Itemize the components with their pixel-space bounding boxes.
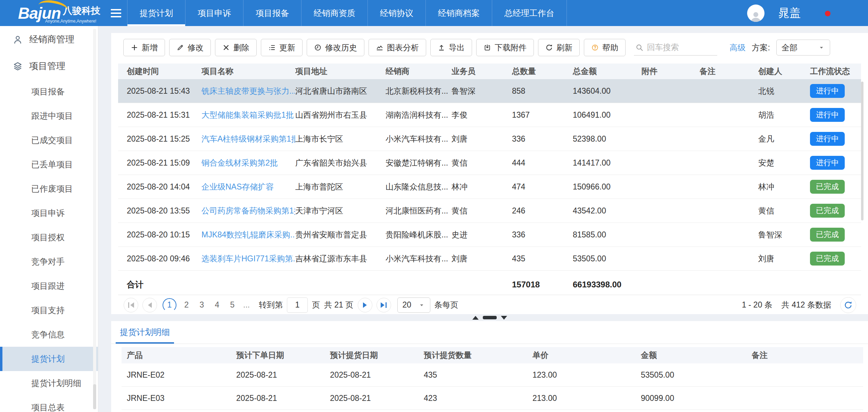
detail-column-header[interactable]: 产品 <box>127 350 236 361</box>
sidebar-item-已作废项目[interactable]: 已作废项目 <box>0 177 98 201</box>
sidebar-item-跟进中项目[interactable]: 跟进中项目 <box>0 104 98 128</box>
table-row[interactable]: 2025-08-21 15:43铣床主轴皮带更换与张力...河北省唐山市路南区北… <box>118 79 861 103</box>
page-number[interactable]: 5 <box>227 300 238 310</box>
project-name-link[interactable]: 公司药房常备药物采购第1批 <box>201 205 295 216</box>
project-name-link[interactable]: 选装刹车片HGI771采购第... <box>201 253 295 264</box>
project-name-link[interactable]: 铜合金线材采购第2批 <box>201 158 295 168</box>
column-header[interactable]: 工作流状态 <box>810 66 861 77</box>
page-size-select[interactable]: 20 <box>397 297 430 313</box>
toolbar-button-pencil[interactable]: 修改 <box>169 39 211 56</box>
advanced-search-link[interactable]: 高级 <box>730 42 746 53</box>
sidebar-item-项目支持[interactable]: 项目支持 <box>0 298 98 322</box>
project-name-link[interactable]: MJK84数控轧辊磨床采购... <box>201 229 295 240</box>
table-scrollbar-thumb[interactable] <box>861 82 863 220</box>
sidebar-item-项目授权[interactable]: 项目授权 <box>0 225 98 250</box>
table-row[interactable]: 2025-08-21 15:09铜合金线材采购第2批广东省韶关市始兴县安徽楚江特… <box>118 151 861 175</box>
total-count-text: 共 412 条数据 <box>782 300 831 310</box>
refresh-list-button[interactable] <box>840 297 856 313</box>
topbar-tab[interactable]: 项目申诉 <box>185 0 243 26</box>
cell-status: 进行中 <box>810 156 861 170</box>
sidebar-scrollbar-thumb[interactable] <box>93 384 96 409</box>
column-header[interactable]: 项目名称 <box>201 66 295 77</box>
project-name-link[interactable]: 铣床主轴皮带更换与张力... <box>201 86 295 96</box>
column-header[interactable]: 附件 <box>642 66 700 77</box>
collapse-up-icon[interactable] <box>472 316 479 320</box>
detail-table-row[interactable]: JRNE-E022025-08-212025-08-21435123.00535… <box>122 363 863 387</box>
sidebar-item-项目跟进[interactable]: 项目跟进 <box>0 274 98 298</box>
status-badge: 已完成 <box>810 252 845 266</box>
column-header[interactable]: 经销商 <box>386 66 452 77</box>
sidebar-item-提货计划明细[interactable]: 提货计划明细 <box>0 371 98 395</box>
detail-column-header[interactable]: 备注 <box>752 350 863 361</box>
search-input[interactable] <box>647 43 708 52</box>
column-header[interactable]: 创建时间 <box>127 66 201 77</box>
scheme-select[interactable]: 全部 <box>776 40 830 56</box>
project-name-link[interactable]: 大型储能集装箱采购批1批 <box>201 110 295 120</box>
avatar[interactable] <box>747 5 764 22</box>
sidebar-item-竞争信息[interactable]: 竞争信息 <box>0 322 98 347</box>
page-ellipsis[interactable]: ... <box>243 300 250 310</box>
prev-page-button[interactable] <box>142 298 157 312</box>
brand-name-cn: 八骏科技 <box>63 5 100 17</box>
topbar-tab[interactable]: 总经理工作台 <box>492 0 567 26</box>
detail-column-header[interactable]: 金额 <box>641 350 752 361</box>
table-row[interactable]: 2025-08-20 14:04企业级NAS存储扩容上海市普陀区山东隆众信息技.… <box>118 175 861 199</box>
page-number[interactable]: 3 <box>197 300 207 310</box>
sidebar-item-提货计划[interactable]: 提货计划 <box>0 347 98 371</box>
table-row[interactable]: 2025-08-21 15:25汽车A柱特级钢材采购第1批上海市长宁区小米汽车科… <box>118 127 861 151</box>
toolbar-button-refresh[interactable]: 刷新 <box>538 39 580 56</box>
sidebar-group[interactable]: 项目管理 <box>0 53 98 79</box>
topbar-tab[interactable]: 提货计划 <box>127 0 185 26</box>
column-header[interactable]: 备注 <box>700 66 758 77</box>
last-page-button[interactable] <box>377 298 391 312</box>
hamburger-menu-icon[interactable] <box>105 0 127 26</box>
tab-pickup-plan-detail[interactable]: 提货计划明细 <box>120 327 170 344</box>
sidebar-group[interactable]: 经销商管理 <box>0 26 98 53</box>
detail-column-header[interactable]: 预计提货数量 <box>424 350 532 361</box>
page-number[interactable]: 4 <box>212 300 222 310</box>
detail-column-header[interactable]: 预计提货日期 <box>330 350 424 361</box>
user-name[interactable]: 晁盖 <box>778 6 801 21</box>
column-header[interactable]: 总金额 <box>573 66 642 77</box>
table-row[interactable]: 2025-08-20 13:55公司药房常备药物采购第1批天津市宁河区河北康恒医… <box>118 199 861 223</box>
goto-page-input[interactable] <box>287 297 308 313</box>
detail-column-header[interactable]: 单价 <box>532 350 641 361</box>
toolbar-button-attach[interactable]: 下载附件 <box>476 39 534 56</box>
column-header[interactable]: 业务员 <box>452 66 512 77</box>
page-number-active[interactable]: 1 <box>163 298 176 312</box>
sidebar-item-项目申诉[interactable]: 项目申诉 <box>0 201 98 225</box>
project-name-link[interactable]: 汽车A柱特级钢材采购第1批 <box>201 134 295 144</box>
toolbar-button-clock[interactable]: 修改历史 <box>307 39 364 56</box>
next-page-button[interactable] <box>358 298 372 312</box>
sidebar-scrollbar-track[interactable] <box>93 29 96 409</box>
topbar-tab[interactable]: 经销协议 <box>368 0 426 26</box>
collapse-down-icon[interactable] <box>501 316 507 320</box>
table-row[interactable]: 2025-08-20 10:15MJK84数控轧辊磨床采购...贵州省安顺市普定… <box>118 223 861 247</box>
column-header[interactable]: 创建人 <box>758 66 810 77</box>
table-row[interactable]: 2025-08-20 09:46选装刹车片HGI771采购第...吉林省辽源市东… <box>118 247 861 271</box>
divider-drag-handle[interactable] <box>483 316 497 319</box>
column-header[interactable]: 总数量 <box>512 66 573 77</box>
sidebar-item-项目报备[interactable]: 项目报备 <box>0 79 98 104</box>
toolbar-button-list[interactable]: 更新 <box>261 39 303 56</box>
detail-column-header[interactable]: 预计下单日期 <box>236 350 330 361</box>
topbar-tab[interactable]: 经销商资质 <box>301 0 368 26</box>
detail-cell-amount: 90099.00 <box>641 394 752 403</box>
toolbar-button-chart[interactable]: 图表分析 <box>369 39 426 56</box>
topbar-tab[interactable]: 经销商档案 <box>426 0 492 26</box>
toolbar-button-plus[interactable]: 新增 <box>123 39 165 56</box>
detail-table-row[interactable]: JRNE-E032025-08-212025-08-21423213.00900… <box>122 387 863 410</box>
sidebar-item-已成交项目[interactable]: 已成交项目 <box>0 128 98 152</box>
first-page-button[interactable] <box>124 298 138 312</box>
page-number[interactable]: 2 <box>181 300 192 310</box>
sidebar-item-竞争对手[interactable]: 竞争对手 <box>0 250 98 274</box>
sidebar-item-已丢单项目[interactable]: 已丢单项目 <box>0 152 98 177</box>
sidebar-item-项目总表[interactable]: 项目总表 <box>0 395 98 412</box>
column-header[interactable]: 项目地址 <box>295 66 386 77</box>
toolbar-button-question[interactable]: 帮助 <box>584 39 626 56</box>
table-row[interactable]: 2025-08-21 15:31大型储能集装箱采购批1批山西省朔州市右玉县湖南浩… <box>118 103 861 127</box>
project-name-link[interactable]: 企业级NAS存储扩容 <box>201 182 295 192</box>
toolbar-button-exportUp[interactable]: 导出 <box>430 39 472 56</box>
topbar-tab[interactable]: 项目报备 <box>243 0 301 26</box>
toolbar-button-cross[interactable]: 删除 <box>215 39 257 56</box>
